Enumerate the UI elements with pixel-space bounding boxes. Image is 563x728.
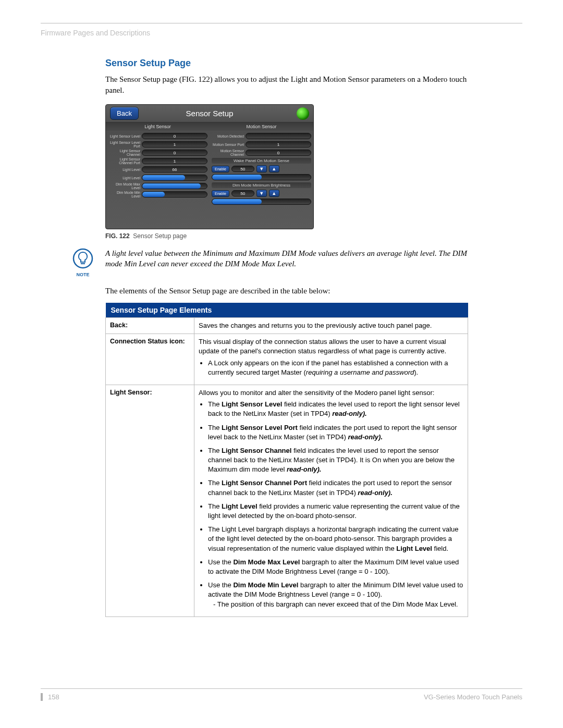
light-sensor-channel-port: 1: [142, 158, 207, 164]
connection-status-icon: [297, 107, 309, 120]
table-row: Connection Status icon: This visual disp…: [106, 334, 468, 385]
table-row: Back: Saves the changes and returns you …: [106, 318, 468, 334]
motion-sensor-channel: 0: [246, 150, 311, 156]
dim-min-up-button[interactable]: ▲: [269, 190, 279, 197]
dim-mode-max-bargraph[interactable]: [142, 183, 207, 189]
elements-table: Sensor Setup Page Elements Back: Saves t…: [105, 303, 468, 617]
figure-122: Back Sensor Setup Light Sensor Motion Se…: [105, 104, 468, 240]
page-heading: Sensor Setup Page: [105, 58, 468, 69]
dim-min-down-button[interactable]: ▼: [256, 190, 267, 197]
wake-bargraph[interactable]: [212, 174, 311, 180]
section-header: Firmware Pages and Descriptions: [41, 23, 522, 37]
dim-min-section-label: Dim Mode Minimum Brightness: [212, 182, 311, 188]
table-intro: The elements of the Sensor Setup page ar…: [105, 286, 468, 297]
light-level-bargraph[interactable]: [142, 175, 207, 181]
light-level-value: 66: [142, 166, 207, 172]
note-bulb-icon: [72, 248, 93, 269]
table-title: Sensor Setup Page Elements: [106, 303, 468, 318]
light-sensor-level: 0: [142, 133, 207, 139]
table-row: Light Sensor: Allows you to monitor and …: [106, 385, 468, 616]
wake-up-button[interactable]: ▲: [269, 165, 279, 172]
left-col-header: Light Sensor: [106, 122, 210, 131]
doc-title: VG-Series Modero Touch Panels: [424, 693, 522, 701]
intro-paragraph: The Sensor Setup page (FIG. 122) allows …: [105, 74, 468, 96]
dim-min-bargraph[interactable]: [212, 199, 311, 205]
wake-enable-button[interactable]: Enable: [212, 166, 229, 172]
dim-min-enable-button[interactable]: Enable: [212, 190, 229, 197]
wake-down-button[interactable]: ▼: [256, 165, 267, 172]
motion-sensor-port: 1: [246, 141, 311, 147]
light-sensor-level-port: 1: [142, 141, 207, 147]
sensor-setup-panel: Back Sensor Setup Light Sensor Motion Se…: [105, 104, 314, 229]
page-number: 158: [41, 693, 59, 701]
dim-mode-min-bargraph[interactable]: [142, 191, 207, 198]
light-sensor-channel: 0: [142, 150, 207, 156]
wake-section-label: Wake Panel On Motion Sense: [212, 158, 311, 164]
wake-value: 50: [231, 166, 254, 172]
note-text: A light level value between the Minimum …: [105, 248, 468, 269]
back-button[interactable]: Back: [110, 107, 139, 120]
right-col-header: Motion Sensor: [210, 122, 313, 131]
figure-caption: FIG. 122 Sensor Setup page: [105, 232, 468, 240]
note-label: NOTE: [70, 272, 96, 277]
motion-detected: [246, 133, 311, 139]
dim-min-value: 50: [231, 190, 254, 196]
